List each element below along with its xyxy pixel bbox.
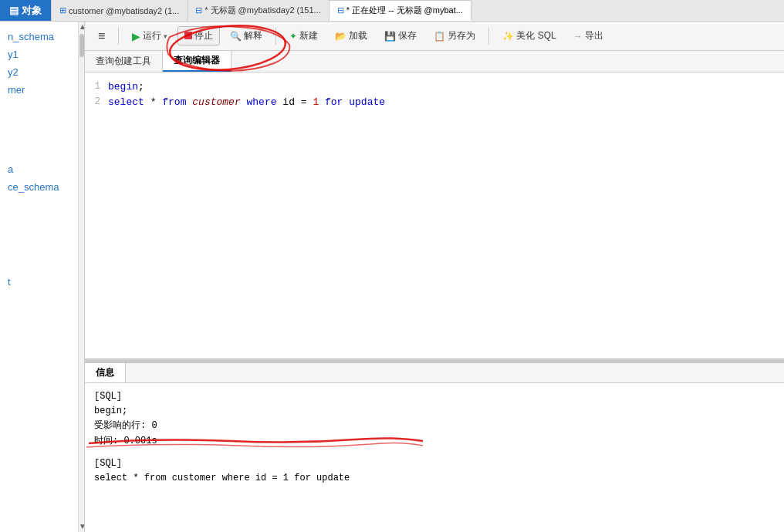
objects-tab-icon: ▤ — [9, 5, 19, 16]
sidebar-scrollbar[interactable]: ▲ ▼ — [78, 22, 84, 532]
sidebar: n_schema y1 y2 mer a — [0, 22, 85, 532]
tab-customer-label: customer @mybatisday2 (1... — [69, 6, 179, 15]
sidebar-item-n-schema-label: n_schema — [8, 31, 54, 42]
query-icon-2: ⊟ — [337, 5, 344, 15]
sidebar-item-a-label: a — [8, 163, 13, 175]
load-label: 加载 — [349, 29, 367, 42]
load-icon: 📂 — [335, 31, 346, 42]
code-line-2: 2 select * from customer where id = 1 fo… — [85, 94, 784, 109]
beautify-button[interactable]: ✨ 美化 SQL — [495, 26, 563, 45]
explain-label: 解释 — [244, 29, 262, 42]
beautify-icon: ✨ — [502, 31, 514, 42]
save-label: 保存 — [398, 29, 417, 42]
sidebar-item-mer-label: mer — [8, 84, 25, 96]
save-icon: 💾 — [384, 31, 396, 42]
scroll-up-arrow[interactable]: ▲ — [79, 22, 84, 32]
export-button[interactable]: → 导出 — [566, 26, 610, 45]
info-sql-label-2: [SQL] — [94, 456, 775, 471]
run-dropdown-arrow[interactable]: ▾ — [164, 32, 167, 40]
run-label: 运行 — [143, 29, 161, 42]
export-label: 导出 — [585, 29, 603, 42]
sub-tabs: 查询创建工具 查询编辑器 — [85, 51, 784, 72]
sidebar-item-t[interactable]: t — [3, 273, 75, 291]
explain-button[interactable]: 🔍 解释 — [223, 26, 269, 45]
sub-tab-query-builder-label: 查询创建工具 — [96, 55, 151, 68]
toolbar: ≡ ▶ 运行 ▾ 停止 🔍 — [85, 22, 784, 51]
sidebar-item-n-schema[interactable]: n_schema — [3, 28, 75, 45]
content-area: ≡ ▶ 运行 ▾ 停止 🔍 — [85, 22, 784, 532]
info-sql-label-1: [SQL] — [94, 389, 775, 404]
new-button[interactable]: ✦ 新建 — [282, 26, 325, 45]
info-tab-info-label: 信息 — [96, 366, 114, 379]
explain-icon: 🔍 — [230, 31, 242, 42]
tab-untitled[interactable]: ⊟ * 无标题 @mybatisday2 (151... — [188, 0, 329, 21]
saveas-label: 另存为 — [448, 29, 475, 42]
run-button[interactable]: ▶ 运行 ▾ — [125, 26, 174, 45]
info-tabs: 信息 — [85, 363, 784, 383]
sidebar-item-ce-schema-label: ce_schema — [8, 181, 59, 193]
menu-icon: ≡ — [98, 29, 105, 43]
sidebar-item-y2[interactable]: y2 — [3, 63, 75, 81]
tab-untitled-label: * 无标题 @mybatisday2 (151... — [204, 5, 321, 16]
table-icon: ⊞ — [59, 5, 66, 15]
line-content-2[interactable]: select * from customer where id = 1 for … — [108, 96, 784, 108]
divider-3 — [488, 28, 489, 45]
save-button[interactable]: 💾 保存 — [377, 26, 424, 45]
line-number-2: 2 — [85, 96, 108, 107]
info-sql-text-1: begin; — [94, 404, 775, 419]
saveas-icon: 📋 — [434, 31, 445, 42]
sidebar-items-list: n_schema y1 y2 mer a — [0, 22, 78, 532]
stop-button[interactable]: 停止 — [177, 26, 220, 45]
scrollbar-thumb[interactable] — [79, 34, 84, 57]
run-icon: ▶ — [132, 30, 140, 42]
code-editor[interactable]: 1 begin; 2 select * from customer where … — [85, 72, 784, 359]
tab-customer[interactable]: ⊞ customer @mybatisday2 (1... — [52, 0, 188, 21]
sidebar-item-y2-label: y2 — [8, 66, 19, 78]
menu-button[interactable]: ≡ — [91, 26, 112, 46]
sub-tab-query-editor[interactable]: 查询编辑器 — [163, 51, 231, 72]
line-content-1[interactable]: begin; — [108, 81, 784, 93]
beautify-label: 美化 SQL — [516, 29, 556, 42]
sidebar-item-a[interactable]: a — [3, 160, 75, 178]
stop-label: 停止 — [194, 29, 213, 42]
sub-tab-query-editor-label: 查询编辑器 — [174, 54, 220, 67]
info-tab-info[interactable]: 信息 — [85, 363, 126, 382]
sidebar-item-t-label: t — [8, 276, 11, 288]
query-icon-1: ⊟ — [195, 5, 202, 15]
divider-2 — [275, 28, 276, 45]
sidebar-item-y1-label: y1 — [8, 49, 19, 60]
saveas-button[interactable]: 📋 另存为 — [427, 26, 482, 45]
divider-1 — [118, 28, 119, 45]
code-line-1: 1 begin; — [85, 79, 784, 94]
sidebar-item-mer[interactable]: mer — [3, 81, 75, 99]
info-time-label-1: 时间: 0.001s — [94, 434, 775, 449]
tab-processing[interactable]: ⊟ * 正在处理 -- 无标题 @mybat... — [329, 0, 471, 21]
new-label: 新建 — [299, 29, 318, 42]
tab-objects[interactable]: ▤ 对象 — [0, 0, 52, 21]
sidebar-item-y1[interactable]: y1 — [3, 45, 75, 63]
objects-tab-label: 对象 — [22, 4, 42, 18]
tab-processing-label: * 正在处理 -- 无标题 @mybat... — [346, 5, 463, 16]
export-icon: → — [573, 31, 583, 42]
load-button[interactable]: 📂 加载 — [328, 26, 374, 45]
info-content: [SQL] begin; 受影响的行: 0 时间: 0.001s [SQL] s… — [85, 383, 784, 532]
info-sql-text-2: select * from customer where id = 1 for … — [94, 471, 775, 486]
tab-bar: ▤ 对象 ⊞ customer @mybatisday2 (1... ⊟ * 无… — [0, 0, 784, 22]
line-number-1: 1 — [85, 81, 108, 92]
new-icon: ✦ — [289, 31, 297, 42]
info-block-1: [SQL] begin; 受影响的行: 0 时间: 0.001s — [94, 389, 775, 449]
info-block-2: [SQL] select * from customer where id = … — [94, 456, 775, 486]
info-rows-label-1: 受影响的行: 0 — [94, 419, 775, 433]
scroll-down-arrow[interactable]: ▼ — [79, 521, 84, 532]
sub-tab-query-builder[interactable]: 查询创建工具 — [85, 51, 163, 72]
stop-icon — [184, 31, 192, 42]
info-panel: 信息 [SQL] begin; 受影响的行: 0 时间: 0.001s — [85, 362, 784, 532]
sidebar-item-ce-schema[interactable]: ce_schema — [3, 178, 75, 196]
